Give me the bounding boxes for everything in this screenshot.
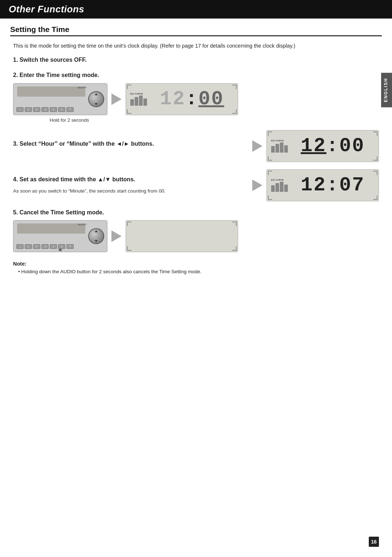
step-5-arrow <box>107 230 126 242</box>
step-1: 1. Switch the sources OFF. <box>13 56 379 64</box>
step-4-display: EQ CURVE 12:07 <box>266 169 379 201</box>
corner-tr <box>232 85 237 89</box>
digit-blink-1: 1 <box>160 88 172 110</box>
eq-curve-label: EQ CURVE <box>130 93 143 95</box>
clock-display-3: 12:00 <box>291 135 374 157</box>
page-number: 16 <box>369 537 379 547</box>
step-2-display: EQ CURVE 12:00 <box>126 83 238 115</box>
intro-text: This is the mode for setting the time on… <box>13 42 379 50</box>
step-3-label: 3. Select “Hour” or “Minute” with the ◄/… <box>13 140 248 148</box>
eq-curve-3: EQ CURVE <box>271 140 288 153</box>
arrow-icon-3 <box>252 140 262 152</box>
digit-blink-4: 0 <box>211 88 224 110</box>
step-5: 5. Cancel the Time Setting mode. 1 2 3° … <box>13 209 379 252</box>
step-2-arrow <box>107 93 126 105</box>
digit-blink-2: 2 <box>173 88 185 110</box>
step-4-arrow <box>248 179 266 191</box>
step-3-right: EQ CURVE 12:00 <box>248 130 379 162</box>
eq-bar-4 <box>143 98 147 106</box>
step-2-device-row: 1 2 3° ○4 5 6 ↺ SELECT <box>13 83 379 115</box>
clock-digits-2: 12:00 <box>160 88 224 110</box>
corner-bl <box>127 109 131 114</box>
digit-blink-3: 0 <box>199 88 211 110</box>
step-4-row: 4. Set as desired time with the ▲/▼ butt… <box>13 169 379 201</box>
eq-bar-3 <box>139 96 143 106</box>
hold-caption: Hold for 2 seconds <box>13 117 126 123</box>
step-3: 3. Select “Hour” or “Minute” with the ◄/… <box>13 130 379 162</box>
step-2-label: 2. Enter the Time setting mode. <box>13 71 379 79</box>
step-5-device-row: 1 2 3° ○4 5 6 ↺ SELECT <box>13 220 379 252</box>
content-area: This is the mode for setting the time on… <box>0 42 392 275</box>
clock-digits-4: 12:07 <box>301 174 365 196</box>
clock-display-2: 12:00 <box>151 88 233 110</box>
clock-display-4: 12:07 <box>291 174 374 196</box>
corner-tl <box>127 85 131 89</box>
eq-curve-section: EQ CURVE <box>130 93 147 106</box>
eq-bar-1 <box>130 99 134 106</box>
car-radio-device: 1 2 3° ○4 5 6 ↺ SELECT <box>13 83 107 115</box>
step-3-display: EQ CURVE 12:00 <box>266 130 379 162</box>
arrow-icon-4 <box>252 179 262 191</box>
section-title-bar: Setting the Time <box>10 25 382 36</box>
colon-2: : <box>185 88 198 110</box>
corner-br <box>232 109 237 114</box>
step-3-arrow <box>248 140 266 152</box>
step-5-label: 5. Cancel the Time Setting mode. <box>13 209 379 217</box>
english-tab: ENGLISH <box>381 73 392 107</box>
step-4-label: 4. Set as desired time with the ▲/▼ butt… <box>13 175 248 183</box>
eq-blocks <box>130 96 147 106</box>
step-4: 4. Set as desired time with the ▲/▼ butt… <box>13 169 379 201</box>
eq-bar-2 <box>135 97 138 106</box>
arrow-icon-5 <box>111 230 122 242</box>
arrow-icon <box>111 93 122 105</box>
step-5-display <box>126 220 238 252</box>
note-section: Note: • Holding down the AUDIO button fo… <box>13 261 379 275</box>
step-1-label: 1. Switch the sources OFF. <box>13 56 379 64</box>
note-text: • Holding down the AUDIO button for 2 se… <box>13 268 379 275</box>
step-3-row: 3. Select “Hour” or “Minute” with the ◄/… <box>13 130 379 162</box>
eq-curve-4: EQ CURVE <box>271 179 288 192</box>
step-4-left: 4. Set as desired time with the ▲/▼ butt… <box>13 175 248 195</box>
step-2: 2. Enter the Time setting mode. 1 2 3° ○… <box>13 71 379 122</box>
car-radio-device-5: 1 2 3° ○4 5 6 ↺ SELECT <box>13 220 107 252</box>
note-label: Note: <box>13 261 379 267</box>
page-title: Other Functions <box>9 4 84 15</box>
section-title: Setting the Time <box>10 25 69 33</box>
page-header: Other Functions <box>0 0 392 19</box>
step-3-left: 3. Select “Hour” or “Minute” with the ◄/… <box>13 140 248 152</box>
clock-digits-3: 12:00 <box>301 135 365 157</box>
step-4-sub: As soon as you switch to “Minute”, the s… <box>13 187 248 195</box>
step-4-right: EQ CURVE 12:07 <box>248 169 379 201</box>
